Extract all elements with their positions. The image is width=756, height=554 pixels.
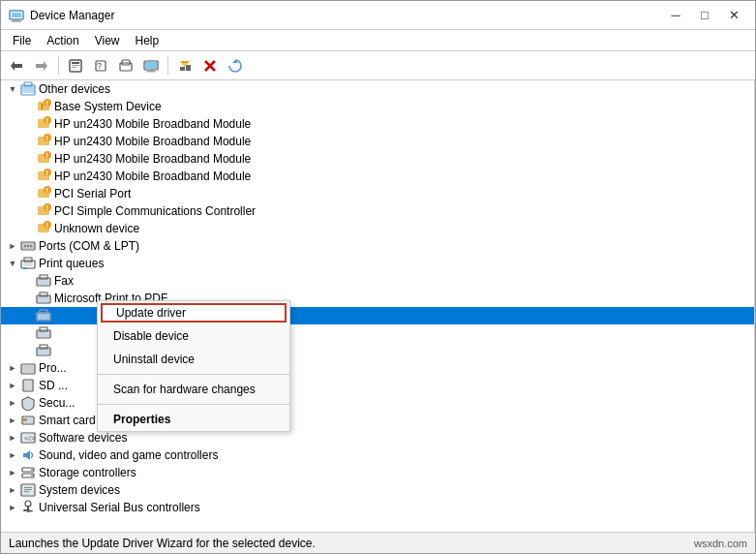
tree-item-pci-simple[interactable]: ! PCI Simple Communications Controller xyxy=(1,202,754,220)
fax-icon xyxy=(36,273,51,289)
toggle-print-queues[interactable]: ▼ xyxy=(5,256,20,271)
tree-item-storage[interactable]: ► Storage controllers xyxy=(1,464,754,481)
toggle-sd[interactable]: ► xyxy=(5,378,20,393)
svg-rect-97 xyxy=(24,491,29,492)
hp1-icon: ! xyxy=(36,116,51,132)
svg-rect-9 xyxy=(72,62,79,64)
pci-serial-icon: ! xyxy=(36,186,51,201)
svg-rect-18 xyxy=(148,70,154,72)
svg-text:?: ? xyxy=(97,61,102,71)
add-toolbar-button[interactable] xyxy=(173,54,197,77)
printer4-icon xyxy=(36,325,51,341)
device-manager-window: Device Manager ─ □ ✕ File Action View He… xyxy=(0,0,756,554)
storage-icon xyxy=(20,465,36,480)
status-bar: Launches the Update Driver Wizard for th… xyxy=(1,532,755,553)
svg-rect-74 xyxy=(38,331,49,337)
title-bar: Device Manager ─ □ ✕ xyxy=(1,1,755,30)
svg-rect-61 xyxy=(23,262,33,266)
menu-bar: File Action View Help xyxy=(1,30,755,51)
maximize-button[interactable]: □ xyxy=(691,5,718,26)
svg-rect-2 xyxy=(14,19,19,21)
toolbar-sep-2 xyxy=(167,57,168,75)
svg-rect-5 xyxy=(15,64,22,68)
svg-point-92 xyxy=(31,475,33,477)
toggle-sound[interactable]: ► xyxy=(5,447,20,463)
tree-item-system-dev[interactable]: ► System devices xyxy=(1,481,754,499)
menu-help[interactable]: Help xyxy=(128,32,167,49)
tree-item-pci-serial[interactable]: ! PCI Serial Port xyxy=(1,185,754,202)
svg-rect-28 xyxy=(22,86,34,93)
secu-label: Secu... xyxy=(39,396,75,410)
usb-icon xyxy=(20,500,36,515)
menu-file[interactable]: File xyxy=(5,32,39,49)
svg-rect-68 xyxy=(38,296,49,302)
status-text: Launches the Update Driver Wizard for th… xyxy=(9,537,694,550)
tree-item-usb[interactable]: ► Universal Serial Bus controllers xyxy=(1,499,754,516)
svg-rect-80 xyxy=(22,365,34,373)
toggle-smart-card[interactable]: ► xyxy=(5,413,20,428)
close-button[interactable]: ✕ xyxy=(720,5,747,26)
scan-toolbar-button[interactable] xyxy=(224,54,247,77)
tree-item-other-devices[interactable]: ▼ Other devices xyxy=(1,80,754,98)
svg-text:!: ! xyxy=(46,117,48,124)
svg-rect-21 xyxy=(186,65,191,71)
tree-item-hp4[interactable]: ! HP un2430 Mobile Broadband Module xyxy=(1,168,754,185)
hp4-icon: ! xyxy=(36,169,51,184)
context-menu-scan-hardware[interactable]: Scan for hardware changes xyxy=(98,378,289,401)
help-toolbar-button[interactable] xyxy=(114,54,137,77)
properties-button[interactable] xyxy=(64,54,87,77)
window-icon xyxy=(9,8,24,23)
context-menu-properties[interactable]: Properties xyxy=(98,408,289,431)
software-dev-label: Software devices xyxy=(39,431,127,445)
menu-view[interactable]: View xyxy=(87,32,128,49)
tree-item-hp2[interactable]: ! HP un2430 Mobile Broadband Module xyxy=(1,133,754,150)
toggle-system-dev[interactable]: ► xyxy=(5,482,20,498)
tree-item-sound[interactable]: ► Sound, video and game controllers xyxy=(1,446,754,464)
toggle-storage[interactable]: ► xyxy=(5,465,20,480)
storage-label: Storage controllers xyxy=(39,466,136,479)
system-dev-label: System devices xyxy=(39,483,120,497)
toggle-other-devices[interactable]: ▼ xyxy=(5,81,20,97)
hp1-label: HP un2430 Mobile Broadband Module xyxy=(54,117,251,131)
pci-serial-label: PCI Serial Port xyxy=(54,187,131,200)
toggle-ports[interactable]: ► xyxy=(5,238,20,254)
context-menu-update-driver[interactable]: Update driver xyxy=(101,303,287,323)
toolbar: ? xyxy=(1,51,755,80)
svg-marker-6 xyxy=(44,61,47,71)
svg-text:!: ! xyxy=(46,135,48,141)
tree-item-ports[interactable]: ► Ports (COM & LPT) xyxy=(1,237,754,255)
tree-item-unknown[interactable]: ! Unknown device xyxy=(1,220,754,237)
update-driver-toolbar-button[interactable]: ? xyxy=(89,54,112,77)
toggle-base-system xyxy=(20,99,36,114)
toggle-pro[interactable]: ► xyxy=(5,360,20,376)
fax-label: Fax xyxy=(54,274,74,288)
context-menu-uninstall-device[interactable]: Uninstall device xyxy=(98,348,289,371)
back-button[interactable] xyxy=(5,54,28,77)
svg-text:!: ! xyxy=(46,152,48,159)
svg-text:!: ! xyxy=(46,204,48,211)
svg-text:!: ! xyxy=(46,169,48,176)
tree-item-hp3[interactable]: ! HP un2430 Mobile Broadband Module xyxy=(1,150,754,168)
hp3-label: HP un2430 Mobile Broadband Module xyxy=(54,152,251,166)
minimize-button[interactable]: ─ xyxy=(662,5,689,26)
sound-label: Sound, video and game controllers xyxy=(39,448,218,462)
tree-item-print-queues[interactable]: ▼ Print queues xyxy=(1,255,754,272)
tree-item-base-system[interactable]: ! ! Base System Device xyxy=(1,98,754,115)
sd-label: SD ... xyxy=(39,379,68,392)
tree-item-hp1[interactable]: ! HP un2430 Mobile Broadband Module xyxy=(1,115,754,133)
menu-action[interactable]: Action xyxy=(39,32,86,49)
toolbar-sep-1 xyxy=(58,57,59,75)
toggle-software-dev[interactable]: ► xyxy=(5,430,20,446)
toggle-secu[interactable]: ► xyxy=(5,395,20,411)
context-menu-disable-device[interactable]: Disable device xyxy=(98,324,289,348)
context-menu-sep-2 xyxy=(98,404,289,405)
svg-rect-77 xyxy=(38,349,49,354)
tree-item-fax[interactable]: Fax xyxy=(1,272,754,290)
remove-toolbar-button[interactable] xyxy=(198,54,222,77)
display-toolbar-button[interactable] xyxy=(139,54,163,77)
toggle-usb[interactable]: ► xyxy=(5,500,20,515)
svg-text:!: ! xyxy=(41,102,44,111)
svg-rect-96 xyxy=(24,489,32,490)
forward-button[interactable] xyxy=(30,54,53,77)
svg-rect-17 xyxy=(145,62,157,69)
